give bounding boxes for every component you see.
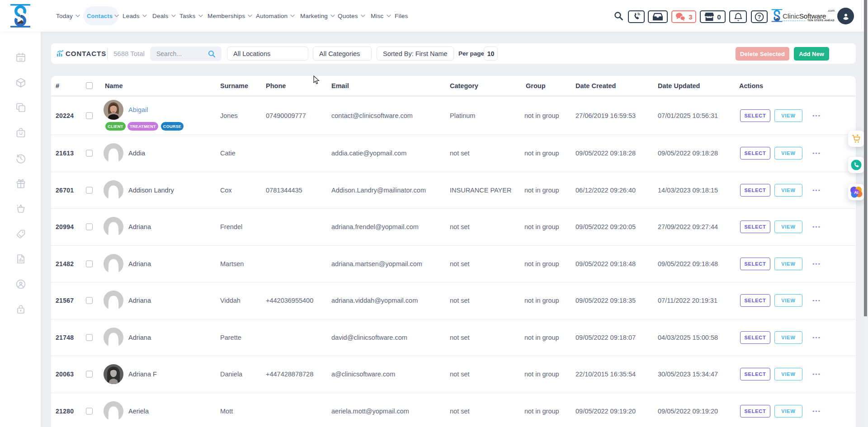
svg-text:?: ? bbox=[758, 14, 761, 20]
svg-text:AI: AI bbox=[854, 190, 859, 195]
svg-text:12: 12 bbox=[19, 58, 23, 61]
